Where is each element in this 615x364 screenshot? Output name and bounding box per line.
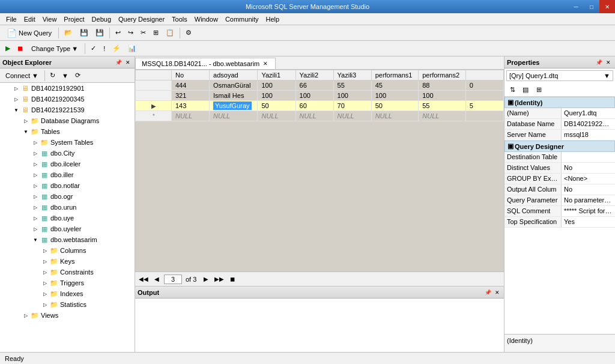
props-section-identity[interactable]: ▣ (Identity) [504,97,615,108]
row2-p2[interactable]: 100 [419,91,466,101]
query-tab-close-button[interactable]: ✕ [262,60,269,67]
table-row-null[interactable]: * NULL NULL NULL NULL NULL NULL NULL [136,111,504,121]
nav-stop-button[interactable]: ◼ [226,274,238,285]
row3-extra[interactable]: 5 [465,101,503,111]
props-row-sqlcomment[interactable]: SQL Comment ***** Script for SelectT [504,206,615,217]
tree-item-dbdiagrams[interactable]: ▷ 📁 Database Diagrams [0,115,135,126]
expander-views[interactable]: ▷ [22,311,30,320]
props-page-button[interactable]: ⊞ [533,84,545,95]
tree-item-systemtables[interactable]: ▷ 📁 System Tables [0,137,135,148]
tree-item-triggers[interactable]: ▷ 📁 Triggers [0,278,135,288]
toolbar-execute-button[interactable]: ! [100,42,108,55]
table-row-current[interactable]: ▶ 143 YusufGuray 50 60 70 50 55 5 [136,101,504,111]
toolbar-save-button[interactable]: 💾 [77,26,91,40]
row2-y3[interactable]: 100 [333,91,371,101]
row4-no[interactable]: NULL [172,111,210,121]
menu-file[interactable]: File [2,14,20,24]
minimize-button[interactable]: ─ [568,0,584,13]
toolbar-run-button[interactable]: ▶ [2,42,13,55]
expander-server1[interactable]: ▷ [12,84,20,93]
nav-prev-button[interactable]: ◀ [151,274,163,285]
row4-extra[interactable] [465,111,503,121]
row1-extra[interactable]: 0 [465,80,503,91]
tree-item-uyeler[interactable]: ▷ ▦ dbo.uyeler [0,223,135,234]
row1-adsoyad[interactable]: OsmanGüral [210,80,258,91]
tree-item-columns[interactable]: ▷ 📁 Columns [0,245,135,256]
tree-item-ogr[interactable]: ▷ ▦ dbo.ogr [0,191,135,202]
row3-y2[interactable]: 60 [295,101,333,111]
expander-uye[interactable]: ▷ [31,214,40,222]
row4-y1[interactable]: NULL [258,111,295,121]
row3-adsoyad[interactable]: YusufGuray [210,101,258,111]
row4-y2[interactable]: NULL [295,111,333,121]
maximize-button[interactable]: □ [584,0,599,13]
row3-no[interactable]: 143 [172,101,210,111]
new-query-button[interactable]: 📄 New Query [2,26,56,40]
row1-y2[interactable]: 66 [295,80,333,91]
toolbar-debug-start-button[interactable]: ⚡ [109,42,124,55]
tree-item-tables[interactable]: ▼ 📁 Tables [0,126,135,137]
toolbar-redo-button[interactable]: ↪ [125,26,136,40]
props-pin-button[interactable]: 📌 [595,58,603,67]
toolbar-paste-button[interactable]: 📋 [163,26,177,40]
menu-edit[interactable]: Edit [20,14,39,24]
props-cat-button[interactable]: ▤ [520,84,532,95]
col-header-yazili1[interactable]: Yazili1 [258,70,295,80]
tree-item-statistics[interactable]: ▷ 📁 Statistics [0,299,135,310]
row1-y1[interactable]: 100 [258,80,295,91]
expander-triggers[interactable]: ▷ [41,279,49,287]
expander-webtasarim[interactable]: ▼ [31,235,40,244]
tree-item-iller[interactable]: ▷ ▦ dbo.iller [0,169,135,180]
col-header-yazili2[interactable]: Yazili2 [295,70,333,80]
toolbar-copy-button[interactable]: ⊞ [150,26,162,40]
menu-query-designer[interactable]: Query Designer [115,14,168,24]
props-row-servername[interactable]: Server Name mssql18 [504,130,615,141]
row1-p1[interactable]: 45 [371,80,419,91]
expander-server2[interactable]: ▷ [12,95,20,103]
close-button[interactable]: ✕ [599,0,615,13]
expander-city[interactable]: ▷ [31,149,40,157]
row2-y1[interactable]: 100 [258,91,295,101]
tree-item-city[interactable]: ▷ ▦ dbo.City [0,148,135,159]
menu-tools[interactable]: Tools [168,14,191,24]
expander-urun[interactable]: ▷ [31,203,40,211]
row3-y3[interactable]: 70 [333,101,371,111]
output-close-button[interactable]: ✕ [493,288,501,297]
menu-help[interactable]: Help [262,14,283,24]
expander-systemtables[interactable]: ▷ [31,138,40,147]
tree-item-keys[interactable]: ▷ 📁 Keys [0,256,135,267]
props-row-topspec[interactable]: Top Specification Yes [504,217,615,228]
tree-item-server3[interactable]: ▼ 🖥 DB140219221539 [0,105,135,115]
expander-ilceler[interactable]: ▷ [31,160,40,168]
props-row-desttable[interactable]: Destination Table [504,152,615,163]
col-header-performans2[interactable]: performans2 [419,70,466,80]
data-grid[interactable]: No adsoyad Yazili1 Yazili2 Yazili3 perfo… [135,70,504,271]
change-type-button[interactable]: Change Type ▼ [27,43,82,54]
menu-community[interactable]: Community [222,14,262,24]
expander-statistics[interactable]: ▷ [41,300,49,309]
menu-window[interactable]: Window [191,14,222,24]
menu-project[interactable]: Project [60,14,88,24]
toolbar-diagram-button[interactable]: 📊 [125,42,139,55]
props-dropdown[interactable]: [Qry] Query1.dtq ▼ [506,70,613,81]
toolbar-cut-button[interactable]: ✂ [138,26,149,40]
tree-item-views[interactable]: ▷ 📁 Views [0,310,135,321]
props-row-name[interactable]: (Name) Query1.dtq [504,108,615,119]
panel-close-button[interactable]: ✕ [124,58,132,67]
toolbar-parse-button[interactable]: ✓ [88,42,99,55]
props-row-outputall[interactable]: Output All Colum No [504,184,615,195]
row2-y2[interactable]: 100 [295,91,333,101]
tree-item-server2[interactable]: ▷ 🖥 DB140219200345 [0,94,135,105]
col-header-performans1[interactable]: performans1 [371,70,419,80]
nav-next-button[interactable]: ▶ [200,274,212,285]
expander-keys[interactable]: ▷ [41,257,49,265]
row4-y3[interactable]: NULL [333,111,371,121]
row4-p1[interactable]: NULL [371,111,419,121]
table-row[interactable]: 444 OsmanGüral 100 66 55 45 88 0 [136,80,504,91]
expander-dbdiagrams[interactable]: ▷ [22,117,30,125]
row1-y3[interactable]: 55 [333,80,371,91]
tree-item-uye[interactable]: ▷ ▦ dbo.uye [0,213,135,223]
row2-no[interactable]: 321 [172,91,210,101]
row4-adsoyad[interactable]: NULL [210,111,258,121]
nav-first-button[interactable]: ◀◀ [138,274,150,285]
